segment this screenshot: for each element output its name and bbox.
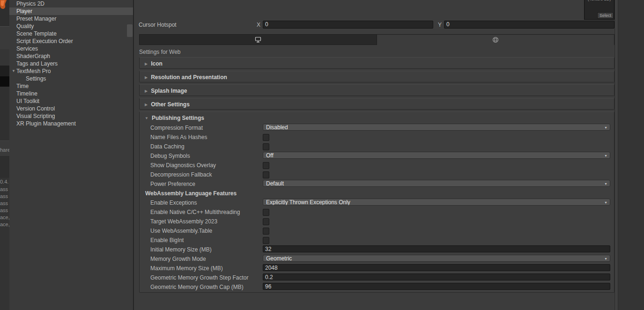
field-label: Maximum Memory Size (MB)	[150, 265, 223, 272]
occluded-text-fragment: 0.4.	[0, 179, 8, 185]
select-button[interactable]: Select	[597, 12, 614, 19]
row-webassembly-language-features: WebAssembly Language Features	[140, 189, 614, 198]
sidebar-item-services[interactable]: Services	[9, 45, 133, 52]
section-icon[interactable]: ▶Icon	[139, 57, 614, 69]
dropdown-value: Geometric	[266, 255, 292, 262]
dropdown-value: Explicitly Thrown Exceptions Only	[266, 199, 350, 206]
row-enable-exceptions: Enable Exceptions Explicitly Thrown Exce…	[140, 198, 614, 207]
sidebar-item-shadergraph[interactable]: ShaderGraph	[9, 52, 133, 60]
sidebar-item-player[interactable]: Player	[9, 7, 133, 15]
use-webassembly-table-checkbox[interactable]	[263, 228, 269, 235]
cursor-hotspot-x-field[interactable]: 0	[263, 21, 433, 29]
sidebar-item-xr-plugin-management[interactable]: XR Plugin Management	[9, 120, 133, 127]
sidebar-item-timeline[interactable]: Timeline	[9, 90, 133, 97]
y-axis-label: Y	[438, 22, 442, 28]
section-header-publishing-settings[interactable]: ▼Publishing Settings	[140, 112, 614, 123]
foldout-collapsed-icon: ▶	[145, 103, 148, 107]
section-header: ▶Splash Image	[140, 85, 614, 96]
field-label: Initial Memory Size (MB)	[150, 246, 212, 253]
field-label: Enable Native C/C++ Multithreading	[150, 209, 240, 215]
section-header: ▶Icon	[140, 58, 614, 68]
sidebar-item-script-execution-order[interactable]: Script Execution Order	[9, 37, 133, 45]
enable-native-multithreading-checkbox[interactable]	[263, 209, 269, 216]
cursor-texture-picker[interactable]: (Texture 2D) Select	[584, 0, 614, 20]
row-show-diagnostics-overlay: Show Diagnostics Overlay	[140, 161, 614, 170]
sidebar-item-preset-manager[interactable]: Preset Manager	[9, 15, 133, 22]
x-axis-label: X	[257, 22, 260, 28]
publishing-rows: Compression Format Disabled ▼ Name Files…	[140, 123, 614, 292]
occluded-text-fragment: ace,	[0, 214, 9, 221]
sidebar-item-physics-2d[interactable]: Physics 2D	[9, 0, 133, 7]
section-title: Publishing Settings	[152, 115, 204, 121]
field-label: Enable Exceptions	[150, 199, 197, 206]
sidebar-item-quality[interactable]: Quality	[9, 22, 133, 30]
occluded-block	[0, 156, 9, 178]
initial-memory-size-field[interactable]: 32	[263, 245, 610, 252]
section-publishing-settings: ▼Publishing Settings Compression Format …	[139, 111, 614, 293]
name-files-as-hashes-checkbox[interactable]	[263, 134, 269, 141]
row-geometric-growth-step-factor: Geometric Memory Growth Step Factor 0.2	[140, 273, 614, 282]
data-caching-checkbox[interactable]	[263, 143, 269, 150]
sidebar-scrollbar-thumb[interactable]	[127, 24, 133, 37]
cursor-hotspot-row: Cursor Hotspot X 0 Y 0	[139, 21, 614, 29]
occluded-block: hare	[0, 140, 9, 156]
texture-type-caption: (Texture 2D)	[585, 0, 614, 1]
section-resolution-and-presentation[interactable]: ▶Resolution and Presentation	[139, 71, 614, 82]
foldout-expanded-icon[interactable]: ▼	[12, 67, 15, 75]
sidebar-item-visual-scripting[interactable]: Visual Scripting	[9, 112, 133, 120]
row-enable-bigint: Enable BigInt	[140, 236, 614, 245]
maximum-memory-size-field[interactable]: 2048	[263, 264, 610, 271]
geometric-growth-cap-field[interactable]: 96	[263, 283, 610, 290]
enable-exceptions-dropdown[interactable]: Explicitly Thrown Exceptions Only ▼	[263, 199, 610, 206]
sidebar-item-scene-template[interactable]: Scene Template	[9, 30, 133, 37]
row-memory-growth-mode: Memory Growth Mode Geometric ▼	[140, 254, 614, 264]
occluded-block	[0, 66, 9, 76]
field-label: Geometric Memory Growth Cap (MB)	[150, 284, 244, 290]
row-debug-symbols: Debug Symbols Off ▼	[140, 151, 614, 161]
field-label: Enable BigInt	[150, 237, 184, 244]
section-splash-image[interactable]: ▶Splash Image	[139, 84, 614, 96]
foldout-collapsed-icon: ▶	[145, 62, 148, 66]
field-label: Name Files As Hashes	[150, 134, 207, 140]
sidebar-item-textmeshpro-settings[interactable]: Settings	[9, 75, 133, 82]
debug-symbols-dropdown[interactable]: Off ▼	[263, 152, 610, 159]
foldout-collapsed-icon: ▶	[145, 75, 148, 80]
cursor-hotspot-label: Cursor Hotspot	[139, 22, 257, 28]
show-diagnostics-overlay-checkbox[interactable]	[263, 162, 269, 169]
section-other-settings[interactable]: ▶Other Settings	[139, 98, 614, 110]
field-label: Power Preference	[150, 181, 195, 187]
field-label: Data Caching	[150, 143, 185, 150]
compression-format-dropdown[interactable]: Disabled ▼	[263, 124, 610, 131]
subsection-label: WebAssembly Language Features	[145, 190, 237, 197]
row-decompression-fallback: Decompression Fallback	[140, 170, 614, 179]
section-title: Splash Image	[151, 88, 187, 94]
sidebar-item-tags-and-layers[interactable]: Tags and Layers	[9, 60, 133, 67]
enable-bigint-checkbox[interactable]	[263, 237, 269, 244]
cursor-hotspot-y-field[interactable]: 0	[444, 21, 614, 29]
occluded-text-fragment: ace,	[0, 221, 9, 228]
tab-standalone-platform[interactable]	[140, 35, 377, 45]
sidebar-item-ui-toolkit[interactable]: UI Toolkit	[9, 97, 133, 105]
row-target-webassembly-2023: Target WebAssembly 2023	[140, 217, 614, 226]
occluded-window-strip: hare 0.4. ass ass ass ass ace, ace,	[0, 0, 9, 310]
row-data-caching: Data Caching	[140, 142, 614, 151]
globe-icon	[492, 37, 499, 43]
occluded-app-icon	[0, 0, 7, 14]
sidebar-item-textmesh-pro[interactable]: ▼ TextMesh Pro	[9, 67, 133, 75]
tab-web-platform[interactable]	[377, 35, 614, 45]
field-label: Use WebAssembly.Table	[150, 228, 212, 234]
occluded-block	[0, 87, 9, 140]
geometric-growth-step-factor-field[interactable]: 0.2	[263, 273, 610, 280]
target-webassembly-2023-checkbox[interactable]	[263, 218, 269, 225]
dropdown-value: Default	[266, 180, 284, 187]
occluded-block	[0, 76, 9, 87]
foldout-expanded-icon: ▼	[145, 116, 148, 120]
power-preference-dropdown[interactable]: Default ▼	[263, 180, 610, 187]
decompression-fallback-checkbox[interactable]	[263, 171, 269, 178]
memory-growth-mode-dropdown[interactable]: Geometric ▼	[263, 255, 610, 262]
settings-for-web-label: Settings for Web	[139, 49, 181, 55]
sidebar-item-version-control[interactable]: Version Control	[9, 105, 133, 112]
sidebar-item-label: TextMesh Pro	[16, 68, 51, 74]
vertical-scrollbar-track[interactable]	[614, 0, 618, 310]
sidebar-item-time[interactable]: Time	[9, 82, 133, 90]
